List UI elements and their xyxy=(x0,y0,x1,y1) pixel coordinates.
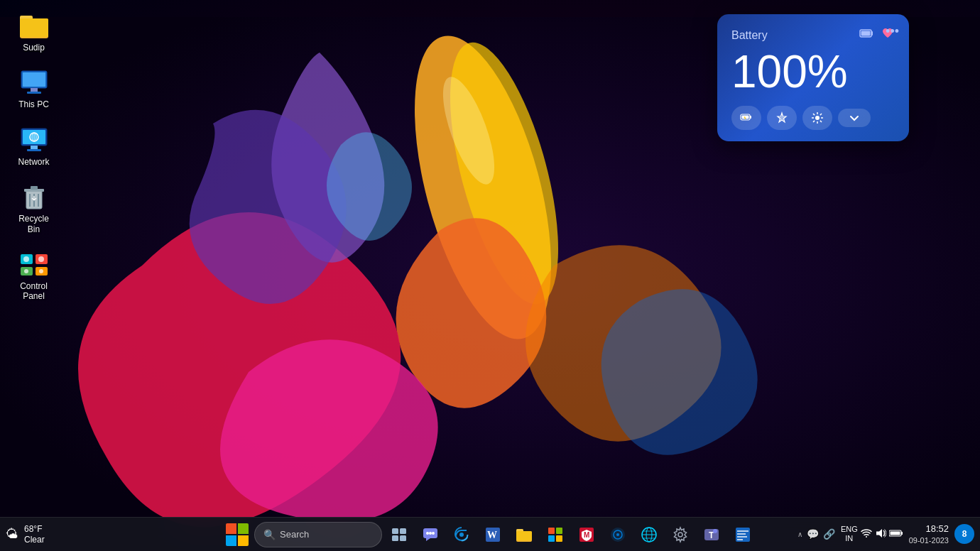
icon-recycle-bin[interactable]: Recycle Bin xyxy=(7,178,60,239)
svg-rect-64 xyxy=(556,535,562,542)
battery-percentage: 100% xyxy=(731,49,895,94)
svg-rect-83 xyxy=(737,539,743,540)
start-button[interactable] xyxy=(223,520,251,549)
svg-rect-60 xyxy=(516,531,532,540)
icon-network[interactable]: Network xyxy=(7,121,60,171)
tray-icon-wechat[interactable]: 💬 xyxy=(807,528,819,540)
svg-rect-85 xyxy=(901,532,903,535)
svg-point-38 xyxy=(815,116,820,120)
clock[interactable]: 18:52 09-01-2023 xyxy=(906,521,952,548)
svg-rect-62 xyxy=(556,528,562,534)
widget-more-button[interactable]: ••• xyxy=(886,24,899,39)
svg-line-44 xyxy=(820,121,822,122)
taskbar-center: 🔍 Search xyxy=(223,520,757,549)
taskbar-right: ∧ 💬 🔗 ENG IN xyxy=(795,521,974,548)
system-tray: ∧ 💬 🔗 xyxy=(795,528,838,540)
taskbar-app-store[interactable] xyxy=(541,520,570,549)
taskbar-app-cortana[interactable] xyxy=(604,520,632,549)
svg-point-55 xyxy=(459,533,464,537)
taskbar-app-settings[interactable] xyxy=(666,520,695,549)
svg-point-75 xyxy=(678,533,682,537)
language-indicator[interactable]: ENG IN xyxy=(841,525,858,543)
control-panel-icon xyxy=(20,250,48,278)
svg-rect-80 xyxy=(737,530,748,532)
svg-rect-81 xyxy=(737,533,746,535)
taskbar-app-teams-chat[interactable] xyxy=(416,520,445,549)
svg-rect-50 xyxy=(400,535,406,541)
windows-icon-q1 xyxy=(226,523,236,534)
notification-button[interactable]: 8 xyxy=(954,524,974,544)
tray-icon-network2[interactable]: 🔗 xyxy=(823,528,835,540)
icon-sudip[interactable]: Sudip xyxy=(7,7,60,57)
search-icon: 🔍 xyxy=(263,529,276,540)
svg-point-30 xyxy=(24,269,28,273)
svg-rect-48 xyxy=(400,528,406,534)
svg-rect-16 xyxy=(31,146,38,149)
battery-widget: ••• Battery 100% xyxy=(717,14,909,141)
taskbar-app-browser2[interactable] xyxy=(635,520,663,549)
svg-rect-6 xyxy=(20,18,48,37)
weather-condition: Clear xyxy=(24,535,45,545)
taskbar-app-extra[interactable] xyxy=(729,520,757,549)
battery-mode-btn3[interactable] xyxy=(802,106,832,130)
wifi-icon[interactable] xyxy=(861,528,872,541)
taskbar: 🌤 68°F Clear 🔍 Search xyxy=(0,517,980,551)
network-icon xyxy=(20,126,48,154)
svg-rect-86 xyxy=(890,532,900,535)
tray-expand-btn[interactable]: ∧ xyxy=(797,530,802,538)
volume-icon[interactable] xyxy=(875,528,886,541)
this-pc-icon xyxy=(20,68,48,97)
battery-icon1[interactable] xyxy=(859,27,873,43)
lang-line1: ENG xyxy=(841,525,858,534)
svg-rect-63 xyxy=(548,535,555,542)
taskbar-app-file-explorer[interactable] xyxy=(510,520,538,549)
battery-tray-icon[interactable] xyxy=(889,528,903,540)
taskbar-weather[interactable]: 🌤 68°F Clear xyxy=(6,524,77,545)
taskbar-app-word[interactable]: W xyxy=(479,520,507,549)
svg-rect-49 xyxy=(392,535,398,541)
battery-widget-header: Battery xyxy=(731,27,895,43)
battery-widget-title: Battery xyxy=(731,29,768,42)
icon-control-panel[interactable]: Control Panel xyxy=(7,246,60,306)
icon-this-pc[interactable]: This PC xyxy=(7,64,60,114)
icon-sudip-label: Sudip xyxy=(23,43,45,53)
battery-mode-btn1[interactable] xyxy=(731,106,761,130)
search-bar[interactable]: 🔍 Search xyxy=(254,522,382,547)
desktop: Sudip This PC xyxy=(0,0,980,551)
svg-rect-9 xyxy=(31,88,38,92)
desktop-icons: Sudip This PC xyxy=(7,7,60,306)
icon-control-panel-label: Control Panel xyxy=(11,281,56,302)
svg-point-69 xyxy=(616,533,619,536)
icon-this-pc-label: This PC xyxy=(18,99,49,109)
folder-icon xyxy=(20,11,48,40)
clock-date: 09-01-2023 xyxy=(909,535,949,546)
svg-rect-36 xyxy=(750,116,751,119)
icon-network-label: Network xyxy=(18,157,49,167)
svg-rect-10 xyxy=(27,92,41,94)
taskbar-app-teams2[interactable]: T xyxy=(697,520,726,549)
battery-controls xyxy=(731,106,895,130)
svg-rect-17 xyxy=(27,149,41,151)
svg-rect-82 xyxy=(737,536,747,538)
taskbar-app-mcafee[interactable]: M xyxy=(572,520,601,549)
svg-rect-20 xyxy=(31,186,38,190)
windows-icon-q4 xyxy=(238,535,249,546)
svg-line-43 xyxy=(813,114,815,115)
lang-line2: IN xyxy=(841,534,858,543)
icon-recycle-bin-label: Recycle Bin xyxy=(11,214,56,234)
svg-point-29 xyxy=(38,256,44,262)
svg-point-54 xyxy=(432,532,435,535)
svg-line-45 xyxy=(820,114,822,115)
weather-temp: 68°F xyxy=(24,524,45,534)
svg-rect-8 xyxy=(23,72,45,87)
svg-text:W: W xyxy=(487,530,497,540)
battery-mode-btn2[interactable] xyxy=(767,106,797,130)
recycle-bin-icon xyxy=(20,182,48,211)
svg-point-78 xyxy=(713,529,717,533)
taskbar-app-task-view[interactable] xyxy=(385,520,413,549)
svg-text:M: M xyxy=(584,531,589,539)
svg-line-46 xyxy=(813,121,815,122)
clock-time: 18:52 xyxy=(909,523,949,535)
battery-expand-btn[interactable] xyxy=(838,109,871,127)
taskbar-app-edge[interactable] xyxy=(447,520,476,549)
